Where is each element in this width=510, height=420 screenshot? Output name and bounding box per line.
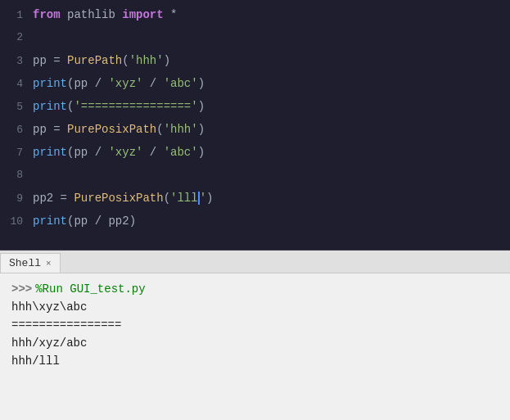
shell-tab-label: Shell xyxy=(9,257,41,269)
token-kw: import xyxy=(122,8,163,21)
code-line-1: 1from pathlib import * xyxy=(0,3,510,26)
token-str: 'xyz' xyxy=(102,77,142,90)
line-content-6: pp = PurePosixPath('hhh') xyxy=(33,118,205,141)
token-op: ( xyxy=(164,192,170,205)
line-number-1: 1 xyxy=(0,4,33,27)
shell-tab-close-button[interactable]: × xyxy=(46,259,52,269)
token-op: ( xyxy=(122,54,129,67)
token-op: / xyxy=(150,146,156,159)
line-content-9: pp2 = PurePosixPath('lll') xyxy=(33,187,213,210)
code-editor[interactable]: 1from pathlib import *23pp = PurePath('h… xyxy=(0,0,510,250)
token-str: 'lll xyxy=(170,192,198,205)
line-number-7: 7 xyxy=(0,142,33,165)
line-number-4: 4 xyxy=(0,73,33,96)
token-var: pp xyxy=(33,123,53,136)
token-var: pp2 xyxy=(33,192,61,205)
line-number-9: 9 xyxy=(0,187,33,210)
token-op: ) xyxy=(198,100,205,113)
shell-run-command: %Run GUI_test.py xyxy=(35,280,145,298)
line-content-1: from pathlib import * xyxy=(33,3,177,26)
token-op: ) xyxy=(198,123,205,136)
token-var: pp xyxy=(33,54,53,67)
shell-output-line-1: hhh\xyz\abc xyxy=(11,298,499,316)
shell-output-area[interactable]: >>> %Run GUI_test.py hhh\xyz\abc =======… xyxy=(0,273,510,377)
code-line-9: 9pp2 = PurePosixPath('lll') xyxy=(0,187,510,210)
shell-tab[interactable]: Shell × xyxy=(0,253,61,273)
token-op: (pp xyxy=(67,215,95,228)
line-number-3: 3 xyxy=(0,50,33,73)
token-cls: PurePath xyxy=(67,54,122,67)
line-number-6: 6 xyxy=(0,119,33,142)
token-op: * xyxy=(164,8,178,21)
code-line-5: 5print('================') xyxy=(0,95,510,118)
shell-tab-bar: Shell × xyxy=(0,251,510,273)
token-str: 'abc' xyxy=(156,146,197,159)
token-str: 'xyz' xyxy=(102,146,142,159)
code-line-3: 3pp = PurePath('hhh') xyxy=(0,49,510,72)
shell-output-line-2: ================ xyxy=(11,316,499,334)
line-number-2: 2 xyxy=(0,26,33,49)
token-fn: print xyxy=(33,100,67,113)
token-op: pathlib xyxy=(61,8,123,21)
token-op xyxy=(61,123,67,136)
code-line-8: 8 xyxy=(0,164,510,187)
line-number-5: 5 xyxy=(0,96,33,119)
line-number-8: 8 xyxy=(0,164,33,187)
shell-output-line-4: hhh/lll xyxy=(11,352,499,370)
token-str: 'abc' xyxy=(156,77,197,90)
token-op: / xyxy=(95,146,102,159)
token-str: 'hhh' xyxy=(129,54,164,67)
token-op xyxy=(61,54,67,67)
code-line-10: 10print(pp / pp2) xyxy=(0,210,510,233)
token-op: ) xyxy=(198,146,205,159)
token-op: ) xyxy=(198,77,205,90)
line-content-5: print('================') xyxy=(33,95,205,118)
shell-prompt-line: >>> %Run GUI_test.py xyxy=(11,280,499,298)
token-op: (pp xyxy=(67,146,95,159)
shell-panel: Shell × >>> %Run GUI_test.py hhh\xyz\abc… xyxy=(0,251,510,420)
token-fn: print xyxy=(33,77,67,90)
token-kw: from xyxy=(33,8,61,21)
token-str: '================' xyxy=(74,100,197,113)
token-op: / xyxy=(95,215,102,228)
token-op: ) xyxy=(206,192,213,205)
line-number-10: 10 xyxy=(0,210,33,233)
line-content-3: pp = PurePath('hhh') xyxy=(33,49,170,72)
line-content-7: print(pp / 'xyz' / 'abc') xyxy=(33,141,205,164)
shell-prompt-symbol: >>> xyxy=(11,280,32,298)
token-op xyxy=(142,77,149,90)
token-str: ' xyxy=(200,192,206,205)
token-str: 'hhh' xyxy=(164,123,198,136)
token-op: (pp xyxy=(67,77,95,90)
token-op: pp2) xyxy=(102,215,136,228)
token-op: / xyxy=(95,77,102,90)
token-op: / xyxy=(150,77,156,90)
token-op: ( xyxy=(156,123,163,136)
code-line-4: 4print(pp / 'xyz' / 'abc') xyxy=(0,72,510,95)
token-cls: PurePosixPath xyxy=(74,192,163,205)
code-line-6: 6pp = PurePosixPath('hhh') xyxy=(0,118,510,141)
token-op: = xyxy=(53,123,60,136)
token-cls: PurePosixPath xyxy=(67,123,156,136)
token-fn: print xyxy=(33,215,67,228)
code-line-2: 2 xyxy=(0,26,510,49)
token-fn: print xyxy=(33,146,67,159)
token-op: = xyxy=(61,192,67,205)
token-op: = xyxy=(53,54,60,67)
code-line-7: 7print(pp / 'xyz' / 'abc') xyxy=(0,141,510,164)
token-op: ) xyxy=(164,54,170,67)
shell-output-line-3: hhh/xyz/abc xyxy=(11,334,499,352)
line-content-4: print(pp / 'xyz' / 'abc') xyxy=(33,72,205,95)
token-op xyxy=(142,146,149,159)
line-content-10: print(pp / pp2) xyxy=(33,210,136,233)
